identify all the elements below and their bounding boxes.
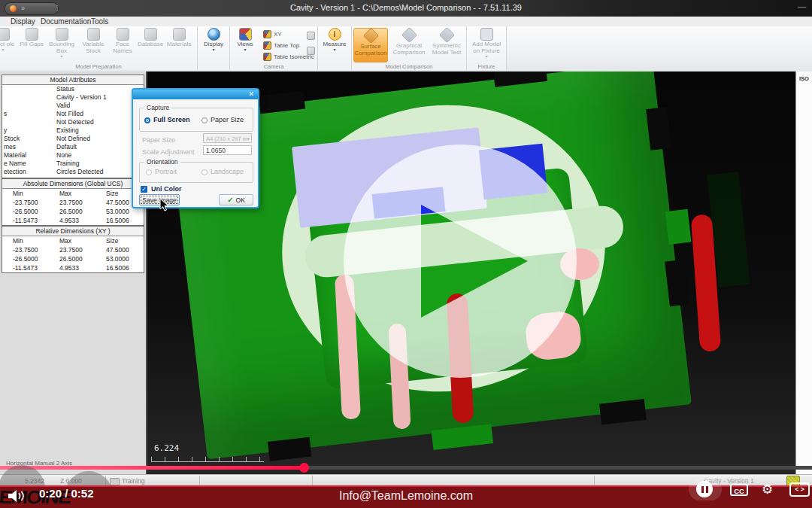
chevron-down-icon: ▾ xyxy=(247,134,250,143)
attribute-row: Cavity - Version 1 xyxy=(2,93,144,102)
views-cube-icon xyxy=(239,28,252,41)
absolute-dimensions-title: Absolute Dimensions (Global UCS) xyxy=(2,179,144,189)
tab-display[interactable]: Display xyxy=(11,17,35,26)
group-label: Model Preparation xyxy=(0,63,197,70)
attribute-row: yExisting xyxy=(2,126,144,135)
relative-dimensions-title: Relative Dimensions (XY ) xyxy=(2,227,144,236)
dropdown-caret-icon: ▾ xyxy=(333,48,335,51)
group-fixture: Add Model on Fixture ▾ Fixture xyxy=(467,26,507,70)
symmetric-model-test-icon xyxy=(438,27,454,43)
scale-adjustment-label: Scale Adjustment xyxy=(142,148,195,156)
graphical-comparison-button[interactable]: Graphical Comparison xyxy=(391,28,427,56)
uni-color-label[interactable]: Uni Color xyxy=(151,185,182,193)
full-screen-label[interactable]: Full Screen xyxy=(153,116,190,123)
iso-label: ISO xyxy=(799,75,809,82)
ribbon: etect ole ▾ Fill Gaps Bounding Box ▾ Var… xyxy=(0,26,812,72)
tab-tools[interactable]: Tools xyxy=(91,17,108,26)
group-label: Model Comparison xyxy=(352,63,466,70)
measure-icon: i xyxy=(329,28,341,41)
minimize-button[interactable]: — xyxy=(798,2,806,11)
paper-size-dropdown[interactable]: A4 (210 x 297 m ▾ xyxy=(203,133,252,143)
paper-size-radio-label[interactable]: Paper Size xyxy=(211,116,244,123)
dropdown-caret-icon: ▾ xyxy=(2,48,4,51)
bounding-box-button[interactable]: Bounding Box ▾ xyxy=(46,28,77,58)
viewport-scale-ruler xyxy=(151,457,264,462)
video-playhead[interactable] xyxy=(299,463,309,473)
surface-comparison-icon xyxy=(362,28,378,44)
orientation-group: Orientation Portrait Landscape xyxy=(139,162,253,183)
camera-table-top-button[interactable]: Table Top xyxy=(263,41,299,50)
dimensions-header-row: Min Max Size xyxy=(2,189,144,198)
model-attributes-box: Model Attributes Status Cavity - Version… xyxy=(2,75,144,178)
variable-stock-button[interactable]: Variable Stock xyxy=(78,28,108,55)
group-label: Camera xyxy=(230,63,317,70)
camera-xy-button[interactable]: XY xyxy=(263,30,282,38)
uni-color-checkbox[interactable]: ✓ xyxy=(141,186,147,193)
landscape-radio[interactable] xyxy=(201,169,208,175)
group-measure: i Measure ▾ xyxy=(318,26,352,70)
dimensions-row: -23.7500 23.7500 47.5000 xyxy=(2,198,144,207)
pause-button[interactable] xyxy=(696,481,713,497)
attribute-row: mesDefault xyxy=(2,143,144,151)
group-label: Fixture xyxy=(467,63,506,70)
app-window: » ⋮ Cavity - Version 1 - C:\Demos\Model … xyxy=(0,0,812,508)
camera-expand-icon[interactable] xyxy=(307,32,315,40)
portrait-label[interactable]: Portrait xyxy=(155,168,177,175)
symmetric-model-test-button[interactable]: Symmetric Model Test xyxy=(429,28,465,56)
surface-comparison-button[interactable]: Surface Comparison xyxy=(353,28,388,62)
tab-documentation[interactable]: Documentation xyxy=(41,17,91,26)
full-screen-radio[interactable] xyxy=(144,117,150,123)
close-icon[interactable]: ✕ xyxy=(248,90,254,98)
table-isometric-icon xyxy=(263,53,271,61)
dimensions-row: -11.5473 4.9533 16.5006 xyxy=(2,216,144,225)
paper-size-label: Paper Size xyxy=(142,136,175,144)
display-button[interactable]: Display ▾ xyxy=(200,28,227,51)
table-top-icon xyxy=(263,41,271,50)
dimensions-row: -26.5000 26.5000 53.0000 xyxy=(2,207,144,216)
scale-adjustment-input[interactable]: 1.0650 xyxy=(203,145,252,155)
relative-dimensions-box: Relative Dimensions (XY ) Min Max Size -… xyxy=(2,226,144,273)
dropdown-caret-icon: ▾ xyxy=(244,48,246,51)
ok-button[interactable]: ✓ OK xyxy=(219,194,253,205)
mode-icon xyxy=(110,478,120,485)
attribute-row: sNot Filled xyxy=(2,110,144,118)
dimensions-row: -26.5000 26.5000 53.0000 xyxy=(2,254,144,263)
viewport-scale-value: 6.224 xyxy=(154,443,179,453)
add-model-on-fixture-icon xyxy=(480,28,493,41)
video-progress-fill xyxy=(0,466,302,470)
database-button[interactable]: Database xyxy=(137,28,164,48)
materials-button[interactable]: Materials xyxy=(165,28,192,48)
graphical-comparison-icon xyxy=(401,27,417,43)
dropdown-caret-icon: ▾ xyxy=(60,55,62,58)
measure-button[interactable]: i Measure ▾ xyxy=(321,28,348,51)
mouse-cursor xyxy=(159,198,169,212)
detect-hole-button[interactable]: etect ole ▾ xyxy=(0,28,17,51)
portrait-radio[interactable] xyxy=(146,169,152,175)
capture-dialog: ✕ Capture Full Screen Paper Size Paper S… xyxy=(132,88,259,208)
dimensions-row: -23.7500 23.7500 47.5000 xyxy=(2,245,144,254)
video-progress-track[interactable] xyxy=(0,466,812,470)
play-icon[interactable] xyxy=(340,141,580,382)
titlebar: » ⋮ Cavity - Version 1 - C:\Demos\Model … xyxy=(0,0,812,17)
xy-icon xyxy=(263,30,271,38)
capture-group: Capture Full Screen Paper Size xyxy=(139,108,253,132)
attribute-row: Valid xyxy=(2,102,144,110)
iso-view-strip[interactable]: ISO xyxy=(795,71,812,474)
dialog-titlebar[interactable]: ✕ xyxy=(133,90,258,99)
face-names-button[interactable]: Face Names xyxy=(109,28,136,55)
model-attributes-title: Model Attributes xyxy=(2,75,144,85)
captions-button[interactable]: CC xyxy=(730,484,748,496)
attribute-row: Status xyxy=(2,85,144,93)
embed-icon[interactable]: < > xyxy=(789,482,810,497)
paper-size-radio[interactable] xyxy=(201,117,208,123)
views-button[interactable]: Views ▾ xyxy=(232,28,259,51)
group-camera: Views ▾ XY Table Top Table Isometric Cam… xyxy=(230,26,318,70)
camera-zoom-icon[interactable] xyxy=(307,47,315,55)
fill-gaps-button[interactable]: Fill Gaps xyxy=(18,28,45,48)
detect-hole-icon xyxy=(0,28,10,41)
dropdown-caret-icon: ▾ xyxy=(485,55,487,58)
attributes-panel: Model Attributes Status Cavity - Version… xyxy=(0,71,147,474)
settings-gear-icon[interactable]: ⚙ xyxy=(762,482,773,497)
add-model-on-fixture-button[interactable]: Add Model on Fixture ▾ xyxy=(471,28,502,58)
landscape-label[interactable]: Landscape xyxy=(211,168,244,175)
